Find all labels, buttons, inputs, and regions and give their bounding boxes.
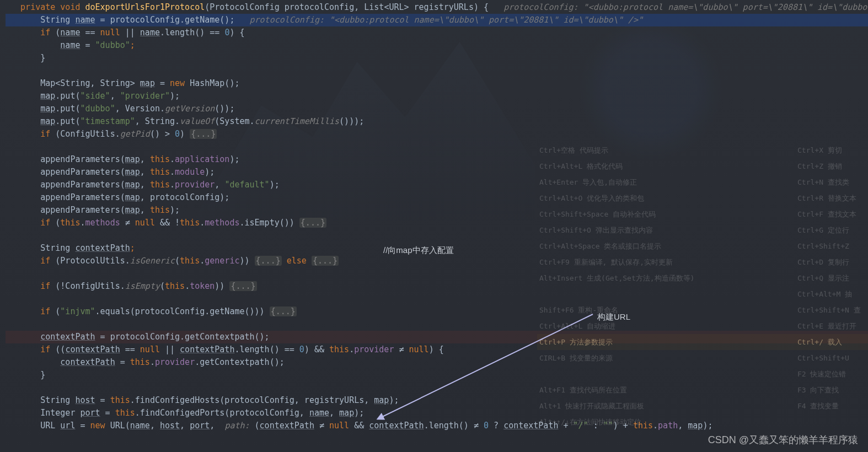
keyword: void: [60, 2, 80, 12]
annotation-build-url: 构建URL: [597, 312, 630, 322]
fold-marker[interactable]: {...}: [299, 218, 326, 228]
inlay-hint: protocolConfig: "<dubbo:protocol name=\"…: [503, 2, 868, 12]
code-editor[interactable]: private void doExportUrlsFor1Protocol(Pr…: [0, 0, 868, 452]
code-line[interactable]: Integer port = this.findConfigedPorts(pr…: [6, 407, 868, 419]
code-line[interactable]: if (!ConfigUtils.isEmpty(this.token)) {.…: [6, 280, 868, 293]
code-line[interactable]: }: [6, 369, 868, 381]
code-line[interactable]: contextPath = this.provider.getContextpa…: [6, 356, 868, 369]
method-name: doExportUrlsFor1Protocol: [85, 2, 205, 12]
code-line[interactable]: }: [6, 52, 868, 64]
code-line[interactable]: appendParameters(map, protocolConfig);: [6, 191, 868, 204]
code-line[interactable]: appendParameters(map, this.application);: [6, 153, 868, 166]
code-line[interactable]: Map<String, String> map = new HashMap();: [6, 77, 868, 90]
variable: name: [75, 15, 95, 25]
code-line-blank[interactable]: [6, 381, 868, 394]
code-line-blank[interactable]: [6, 141, 868, 153]
fold-marker[interactable]: {...}: [255, 256, 282, 266]
code-line[interactable]: URL url = new URL(name, host, port, path…: [6, 419, 868, 432]
code-line[interactable]: if (ConfigUtils.getPid() > 0) {...}: [6, 128, 868, 141]
code-line-blank[interactable]: [6, 267, 868, 280]
code-line-highlighted[interactable]: String name = protocolConfig.getName(); …: [6, 14, 868, 26]
inlay-hint: path:: [224, 421, 254, 431]
fold-marker[interactable]: {...}: [312, 256, 339, 266]
code-line[interactable]: name = "dubbo";: [6, 39, 868, 52]
code-line-blank[interactable]: [6, 64, 868, 77]
code-line[interactable]: private void doExportUrlsFor1Protocol(Pr…: [6, 1, 868, 14]
code-line[interactable]: String host = this.findConfigedHosts(pro…: [6, 394, 868, 407]
code-line[interactable]: map.put("timestamp", String.valueOf(Syst…: [6, 115, 868, 128]
code-line[interactable]: if (this.methods ≠ null && !this.methods…: [6, 217, 868, 229]
code-line-blank[interactable]: [6, 229, 868, 242]
fold-marker[interactable]: {...}: [229, 281, 256, 291]
keyword: private: [20, 2, 55, 12]
code-line-blank[interactable]: [6, 293, 868, 305]
fold-marker[interactable]: {...}: [270, 306, 297, 316]
annotation-comment: //向map中存入配置: [383, 245, 454, 256]
code-line[interactable]: if ((contextPath == null || contextPath.…: [6, 343, 868, 356]
code-line-blank[interactable]: [6, 318, 868, 331]
fold-marker[interactable]: {...}: [190, 129, 217, 139]
code-line[interactable]: map.put("side", "provider");: [6, 90, 868, 103]
code-line[interactable]: if ("injvm".equals(protocolConfig.getNam…: [6, 305, 868, 318]
code-line[interactable]: if (name == null || name.length() == 0) …: [6, 26, 868, 39]
code-line[interactable]: if (ProtocolUtils.isGeneric(this.generic…: [6, 255, 868, 267]
inlay-hint: protocolConfig: "<dubbo:protocol name=\"…: [250, 15, 643, 25]
code-line-changed[interactable]: contextPath = protocolConfig.getContextp…: [6, 331, 868, 343]
code-line[interactable]: appendParameters(map, this);: [6, 204, 868, 217]
code-line[interactable]: appendParameters(map, this.provider, "de…: [6, 179, 868, 191]
watermark: CSDN @又蠢又笨的懒羊羊程序猿: [708, 433, 858, 446]
code-line[interactable]: map.put("dubbo", Version.getVersion());: [6, 103, 868, 115]
code-line[interactable]: appendParameters(map, this.module);: [6, 166, 868, 179]
